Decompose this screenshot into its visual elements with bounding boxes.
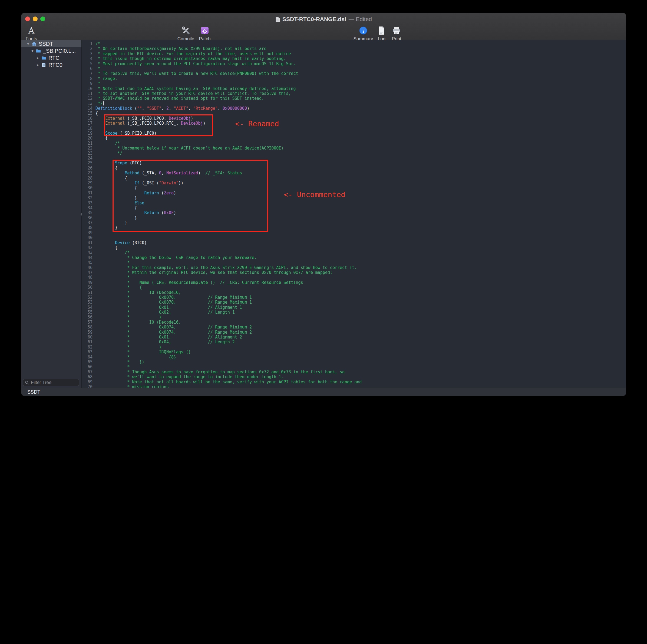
code-line: 62 * ) xyxy=(82,345,626,349)
line-number: 62 xyxy=(82,345,92,349)
code-line: 60 * 0x01, // Alignment 2 xyxy=(82,335,626,340)
line-number: 48 xyxy=(82,275,92,280)
code-line: 68 * we'll want to expand the range to i… xyxy=(82,375,626,379)
window-title: SSDT-RTC0-RANGE.dsl xyxy=(282,16,346,22)
code-line: 47 * Within the original RTC device, we … xyxy=(82,270,626,275)
line-number: 45 xyxy=(82,260,92,265)
code-line: 5 * Most prominently seen around the PCI… xyxy=(82,61,626,66)
compile-tools-icon xyxy=(181,26,191,35)
fonts-icon: A xyxy=(28,26,34,35)
line-number: 38 xyxy=(82,225,92,230)
line-number: 11 xyxy=(82,91,92,96)
code-editor[interactable]: 1/*2 * On certain motherboards(mainly As… xyxy=(82,40,626,388)
line-number: 37 xyxy=(82,220,92,225)
code-line: 42 { xyxy=(82,245,626,250)
code-line: 8 * range. xyxy=(82,76,626,81)
patch-button[interactable]: Patch xyxy=(194,26,216,42)
line-number: 52 xyxy=(82,295,92,300)
line-number: 46 xyxy=(82,265,92,270)
printer-icon xyxy=(392,26,402,35)
code-line: 58 * 0x0074, // Range Minimum 2 xyxy=(82,325,626,330)
code-line: 69 * Note that not all boards will be th… xyxy=(82,380,626,385)
line-number: 58 xyxy=(82,325,92,330)
line-number: 6 xyxy=(82,66,92,71)
code-line: 20 { xyxy=(82,136,626,141)
line-number: 57 xyxy=(82,320,92,325)
code-line: 31 Return (Zero) xyxy=(82,190,626,195)
line-number: 27 xyxy=(82,171,92,175)
line-number: 53 xyxy=(82,300,92,305)
code-line: 61 * 0x04, // Length 2 xyxy=(82,340,626,344)
code-line: 66 * xyxy=(82,365,626,369)
code-line: 70 * missing regions. xyxy=(82,385,626,388)
line-number: 69 xyxy=(82,380,92,385)
sidebar-item-label: SSDT xyxy=(39,41,53,47)
code-line: 24 xyxy=(82,156,626,161)
line-number: 60 xyxy=(82,335,92,340)
line-number: 30 xyxy=(82,185,92,190)
line-number: 40 xyxy=(82,235,92,240)
code-line: 23 */ xyxy=(82,151,626,156)
chevron-right-icon[interactable]: ▸ xyxy=(36,56,40,60)
code-line: 6 * xyxy=(82,66,626,71)
code-line: 54 * 0x01, // Alignment 1 xyxy=(82,305,626,310)
file-icon xyxy=(41,62,47,68)
line-number: 49 xyxy=(82,280,92,285)
code-line: 19 Scope (_SB.PCI0.LPC0) xyxy=(82,131,626,136)
filter-tree-input[interactable] xyxy=(23,379,79,386)
line-number: 61 xyxy=(82,340,92,344)
code-line: 37 } xyxy=(82,220,626,225)
chevron-down-icon[interactable]: ▾ xyxy=(30,49,34,53)
line-number: 32 xyxy=(82,195,92,200)
code-line: 21 /* xyxy=(82,141,626,146)
code-line: 63 * IRQNoFlags () xyxy=(82,349,626,354)
chevron-right-icon[interactable]: ▸ xyxy=(36,63,40,67)
sidebar-item-label: RTC xyxy=(49,55,60,61)
print-button[interactable]: Print xyxy=(386,26,407,42)
code-line: 67 * Though Asus seems to have forgotten… xyxy=(82,370,626,375)
line-number: 29 xyxy=(82,181,92,185)
line-number: 1 xyxy=(82,42,92,46)
chevron-down-icon[interactable]: ▾ xyxy=(26,42,30,46)
info-icon: i xyxy=(358,26,368,35)
line-number: 23 xyxy=(82,151,92,156)
code-line: 32 } xyxy=(82,195,626,200)
code-line: 27 Method (_STA, 0, NotSerialized) // _S… xyxy=(82,171,626,175)
code-line: 13 */ xyxy=(82,101,626,106)
sidebar-item-sb-pci0[interactable]: ▾ _SB.PCI0.L... xyxy=(21,47,81,54)
code-line: 2 * On certain motherboards(mainly Asus … xyxy=(82,46,626,51)
line-number: 64 xyxy=(82,355,92,359)
line-number: 19 xyxy=(82,131,92,136)
line-number: 36 xyxy=(82,216,92,220)
code-line: 30 { xyxy=(82,185,626,190)
folder-icon xyxy=(41,55,47,61)
search-icon xyxy=(25,380,29,385)
line-number: 34 xyxy=(82,206,92,210)
line-number: 18 xyxy=(82,126,92,131)
line-number: 17 xyxy=(82,121,92,126)
sidebar-item-rtc[interactable]: ▸ RTC xyxy=(21,54,81,61)
code-line: 41 Device (RTC0) xyxy=(82,240,626,245)
code-line: 26 { xyxy=(82,166,626,171)
line-number: 13 xyxy=(82,101,92,106)
fonts-button[interactable]: A Fonts xyxy=(22,26,40,42)
code-line: 46 * For this example, we'll use the Asu… xyxy=(82,265,626,270)
line-number: 47 xyxy=(82,270,92,275)
line-number: 20 xyxy=(82,136,92,141)
line-number: 43 xyxy=(82,250,92,255)
line-number: 24 xyxy=(82,156,92,161)
code-line: 53 * 0x0070, // Range Maximum 1 xyxy=(82,300,626,305)
code-line: 18 xyxy=(82,126,626,131)
line-number: 25 xyxy=(82,161,92,165)
code-line: 11 * to set another _STA method in your … xyxy=(82,91,626,96)
code-line: 34 { xyxy=(82,206,626,210)
sidebar: ▾ SSDT ▾ _SB.PCI0.L... ▸ RTC ▸ xyxy=(21,40,82,388)
code-line: 51 * IO (Decode16, xyxy=(82,290,626,295)
code-line: 29 If (_OSI ("Darwin")) xyxy=(82,181,626,185)
code-line: 50 * { xyxy=(82,285,626,290)
sidebar-item-rtc0[interactable]: ▸ RTC0 xyxy=(21,61,81,68)
sidebar-item-label: RTC0 xyxy=(49,62,63,68)
app-window: SSDT-RTC0-RANGE.dsl — Edited A Fonts Com… xyxy=(21,13,626,396)
sidebar-item-ssdt[interactable]: ▾ SSDT xyxy=(21,40,81,47)
titlebar: SSDT-RTC0-RANGE.dsl — Edited xyxy=(21,15,626,23)
